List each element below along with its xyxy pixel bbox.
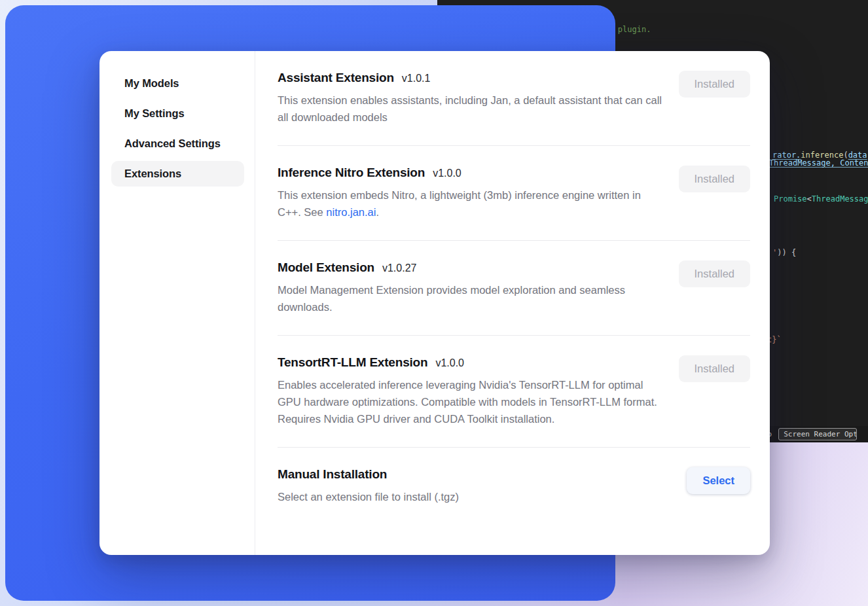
- settings-modal: My Models My Settings Advanced Settings …: [99, 51, 770, 555]
- nitro-jan-ai-link[interactable]: nitro.jan.ai: [326, 206, 376, 218]
- extension-description: Model Management Extension provides mode…: [278, 281, 662, 315]
- sidebar-item-advanced-settings[interactable]: Advanced Settings: [111, 131, 244, 156]
- installed-button[interactable]: Installed: [679, 260, 750, 287]
- installed-button[interactable]: Installed: [679, 166, 750, 192]
- extension-description: This extension enables assistants, inclu…: [278, 92, 662, 126]
- extension-version: v1.0.0: [433, 168, 461, 179]
- extension-title: Assistant Extension: [278, 71, 394, 85]
- extension-version: v1.0.0: [435, 357, 464, 369]
- manual-installation-row: Manual Installation Select an extension …: [278, 448, 750, 505]
- installed-button[interactable]: Installed: [679, 71, 750, 98]
- extension-row: Assistant Extension v1.0.1 This extensio…: [278, 71, 750, 146]
- sidebar-item-my-settings[interactable]: My Settings: [111, 101, 244, 126]
- extension-info: Model Extension v1.0.27 Model Management…: [278, 260, 662, 315]
- extension-info: Manual Installation Select an extension …: [278, 467, 662, 505]
- screen-reader-optimized-badge[interactable]: Screen Reader Optimized: [778, 428, 857, 440]
- extension-version: v1.0.1: [402, 73, 431, 84]
- select-file-button[interactable]: Select: [687, 467, 750, 494]
- extension-row: Model Extension v1.0.27 Model Management…: [278, 241, 750, 336]
- code-fragment: ')) {: [772, 248, 796, 257]
- code-fragment: Promise<ThreadMessage>: [774, 194, 868, 204]
- extension-heading: Manual Installation: [278, 467, 662, 482]
- extension-title: TensortRT-LLM Extension: [278, 355, 427, 370]
- extension-heading: Inference Nitro Extension v1.0.0: [278, 166, 662, 180]
- extension-heading: Assistant Extension v1.0.1: [278, 71, 662, 85]
- sidebar-item-my-models[interactable]: My Models: [111, 71, 244, 96]
- sidebar-item-extensions[interactable]: Extensions: [111, 161, 244, 187]
- extension-info: TensortRT-LLM Extension v1.0.0 Enables a…: [278, 355, 662, 427]
- settings-sidebar: My Models My Settings Advanced Settings …: [99, 51, 255, 555]
- desktop: 2 * The entrypoint for the plugin. 3 */ …: [0, 0, 868, 606]
- extension-info: Assistant Extension v1.0.1 This extensio…: [278, 71, 662, 126]
- extension-row: Inference Nitro Extension v1.0.0 This ex…: [278, 146, 750, 241]
- extension-info: Inference Nitro Extension v1.0.0 This ex…: [278, 166, 662, 221]
- installed-button[interactable]: Installed: [679, 355, 750, 382]
- extension-description: Enables accelerated inference leveraging…: [278, 376, 662, 427]
- extension-description: This extension embeds Nitro, a lightweig…: [278, 187, 662, 221]
- extension-row: TensortRT-LLM Extension v1.0.0 Enables a…: [278, 336, 750, 448]
- extensions-list: Assistant Extension v1.0.1 This extensio…: [255, 51, 770, 555]
- manual-installation-description: Select an extension file to install (.tg…: [278, 488, 662, 505]
- extension-title: Model Extension: [278, 260, 374, 275]
- extension-title: Inference Nitro Extension: [278, 166, 425, 180]
- extension-version: v1.0.27: [382, 262, 416, 274]
- manual-installation-title: Manual Installation: [278, 467, 387, 482]
- description-text: .: [376, 206, 379, 218]
- extension-heading: TensortRT-LLM Extension v1.0.0: [278, 355, 662, 370]
- extension-heading: Model Extension v1.0.27: [278, 260, 662, 275]
- code-fragment: rator.inference(data));: [772, 151, 868, 160]
